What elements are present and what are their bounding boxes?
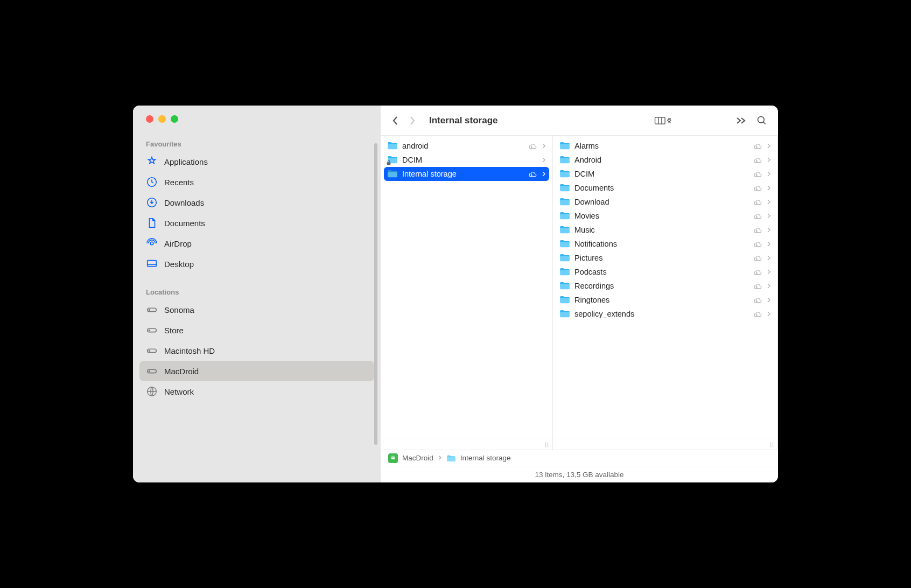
pathbar-current[interactable]: Internal storage (460, 454, 511, 462)
file-row[interactable]: Ringtones (556, 293, 774, 307)
chevron-right-icon (767, 199, 771, 205)
folder-icon (559, 268, 570, 276)
window-title: Internal storage (429, 115, 498, 126)
cloud-download-icon (752, 282, 762, 290)
folder-icon (559, 142, 570, 150)
sidebar-scrollbar[interactable] (374, 143, 377, 445)
file-row[interactable]: DCIM (384, 153, 549, 167)
cloud-download-icon (752, 212, 762, 220)
view-options-button[interactable] (654, 115, 672, 126)
chevron-right-icon (767, 213, 771, 219)
drive-icon (146, 304, 158, 316)
cloud-download-icon (527, 170, 537, 178)
sidebar-item-macdroid[interactable]: MacDroid (139, 361, 374, 381)
file-name: Internal storage (402, 170, 522, 178)
status-bar: 13 items, 13,5 GB available (381, 466, 778, 482)
file-row[interactable]: Pictures (556, 251, 774, 265)
drive-icon (146, 345, 158, 356)
minimize-window-button[interactable] (158, 115, 166, 123)
file-name: Pictures (574, 254, 747, 262)
svg-point-9 (149, 351, 150, 352)
search-button[interactable] (756, 115, 767, 126)
sidebar-item-applications[interactable]: Applications (139, 151, 374, 172)
airdrop-icon (146, 237, 158, 249)
column-1-list: androidDCIMInternal storage (381, 136, 552, 438)
documents-icon (146, 217, 158, 229)
main-area: Internal storage androidDCIMInternal sto… (381, 106, 778, 482)
cloud-download-icon (752, 254, 762, 262)
drive-icon (146, 365, 158, 377)
downloads-icon (146, 197, 158, 208)
file-row[interactable]: Alarms (556, 139, 774, 153)
folder-icon (559, 198, 570, 206)
sidebar-item-documents[interactable]: Documents (139, 213, 374, 233)
recents-icon (146, 176, 158, 188)
chevron-right-icon (542, 143, 546, 149)
chevron-right-icon (542, 171, 546, 177)
sidebar-item-recents[interactable]: Recents (139, 172, 374, 192)
svg-point-5 (149, 310, 150, 311)
column-resize-handle[interactable]: || (553, 438, 777, 450)
desktop-icon (146, 258, 158, 270)
column-resize-handle[interactable]: || (381, 438, 552, 450)
sidebar-item-store[interactable]: Store (139, 320, 374, 340)
svg-point-11 (149, 371, 150, 372)
cloud-download-icon (752, 296, 762, 304)
file-row[interactable]: Movies (556, 209, 774, 223)
folder-icon (559, 170, 570, 178)
file-row[interactable]: Podcasts (556, 265, 774, 279)
column-view: androidDCIMInternal storage || AlarmsAnd… (381, 136, 778, 450)
file-name: Music (574, 226, 747, 234)
more-toolbar-button[interactable] (735, 116, 747, 125)
cloud-download-icon (752, 226, 762, 234)
folder-icon (559, 212, 570, 220)
file-row[interactable]: Android (556, 153, 774, 167)
sidebar-item-downloads[interactable]: Downloads (139, 192, 374, 213)
file-row[interactable]: DCIM (556, 167, 774, 181)
folder-icon (559, 310, 570, 318)
sidebar-item-label: Documents (164, 219, 205, 228)
chevron-right-icon (767, 269, 771, 275)
forward-button[interactable] (409, 115, 416, 126)
cloud-download-icon (752, 310, 762, 318)
sidebar-item-label: MacDroid (164, 367, 199, 376)
file-row[interactable]: Documents (556, 181, 774, 195)
chevron-right-icon (767, 171, 771, 177)
column-2: AlarmsAndroidDCIMDocumentsDownloadMovies… (553, 136, 778, 450)
folder-icon (559, 254, 570, 262)
sidebar-item-label: Store (164, 326, 184, 335)
sidebar-item-airdrop[interactable]: AirDrop (139, 233, 374, 254)
file-row[interactable]: Music (556, 223, 774, 237)
back-button[interactable] (391, 115, 399, 126)
file-name: Android (574, 156, 747, 164)
folder-icon (387, 142, 398, 150)
zoom-window-button[interactable] (171, 115, 178, 123)
file-name: Recordings (574, 282, 747, 290)
sidebar-item-macintosh-hd[interactable]: Macintosh HD (139, 340, 374, 361)
file-name: Movies (574, 212, 747, 220)
close-window-button[interactable] (146, 115, 153, 123)
file-row[interactable]: Notifications (556, 237, 774, 251)
sidebar-item-label: Desktop (164, 260, 194, 269)
file-row[interactable]: Internal storage (384, 167, 549, 181)
file-row[interactable]: Download (556, 195, 774, 209)
chevron-right-icon (767, 311, 771, 317)
pathbar-root[interactable]: MacDroid (402, 454, 433, 462)
sidebar: Favourites Applications Recents Download… (133, 106, 381, 482)
file-row[interactable]: android (384, 139, 549, 153)
cloud-download-icon (752, 142, 762, 150)
file-name: Alarms (574, 142, 747, 150)
file-name: android (402, 142, 522, 150)
folder-icon (559, 240, 570, 248)
chevron-right-icon (767, 143, 771, 149)
file-row[interactable]: Recordings (556, 279, 774, 293)
cloud-download-icon (527, 142, 537, 150)
sidebar-item-network[interactable]: Network (139, 381, 374, 402)
file-row[interactable]: sepolicy_extends (556, 307, 774, 321)
sidebar-item-sonoma[interactable]: Sonoma (139, 299, 374, 320)
sidebar-item-desktop[interactable]: Desktop (139, 254, 374, 274)
sidebar-item-label: Network (164, 387, 194, 396)
file-name: Notifications (574, 240, 747, 248)
file-name: Ringtones (574, 296, 747, 304)
chevron-right-icon (767, 241, 771, 247)
